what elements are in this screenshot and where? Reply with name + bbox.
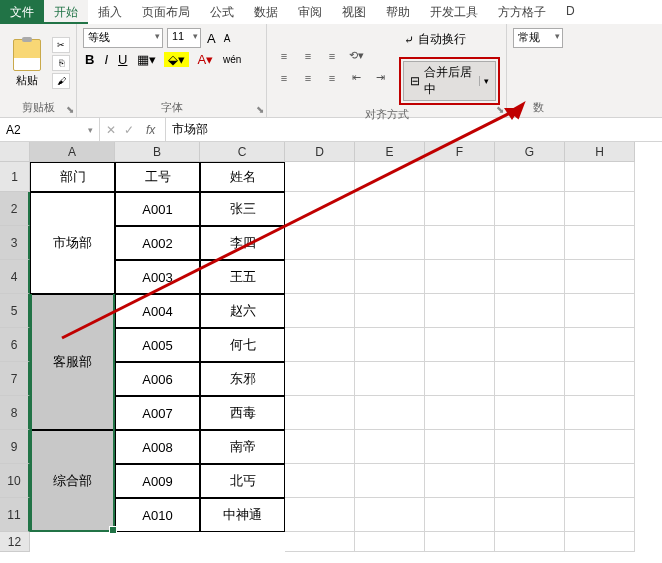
tab-dev[interactable]: 开发工具	[420, 0, 488, 24]
cut-button[interactable]: ✂	[52, 37, 70, 53]
merge-dropdown-icon[interactable]: ▾	[479, 76, 489, 86]
empty-cell[interactable]	[285, 362, 355, 396]
cell-id-2[interactable]: A003	[115, 260, 200, 294]
select-all-corner[interactable]	[0, 142, 30, 162]
empty-cell[interactable]	[285, 430, 355, 464]
tab-home[interactable]: 开始	[44, 0, 88, 24]
fill-color-button[interactable]: ⬙▾	[164, 52, 189, 67]
empty-cell[interactable]	[425, 362, 495, 396]
empty-cell[interactable]	[495, 162, 565, 192]
tab-insert[interactable]: 插入	[88, 0, 132, 24]
cell-name-3[interactable]: 赵六	[200, 294, 285, 328]
col-head-B[interactable]: B	[115, 142, 200, 162]
col-head-G[interactable]: G	[495, 142, 565, 162]
empty-cell[interactable]	[565, 498, 635, 532]
cell-id-0[interactable]: A001	[115, 192, 200, 226]
empty-cell[interactable]	[355, 294, 425, 328]
row-head-9[interactable]: 9	[0, 430, 30, 464]
copy-button[interactable]: ⎘	[52, 55, 70, 71]
tab-formula[interactable]: 公式	[200, 0, 244, 24]
align-launcher-icon[interactable]: ⬊	[496, 104, 504, 115]
orientation-button[interactable]: ⟲▾	[345, 47, 367, 65]
indent-decrease-button[interactable]: ⇤	[345, 69, 367, 87]
empty-cell[interactable]	[495, 362, 565, 396]
cell-id-3[interactable]: A004	[115, 294, 200, 328]
empty-cell[interactable]	[565, 396, 635, 430]
empty-cell[interactable]	[355, 430, 425, 464]
empty-cell[interactable]	[565, 162, 635, 192]
empty-cell[interactable]	[355, 226, 425, 260]
cell-name-6[interactable]: 西毒	[200, 396, 285, 430]
empty-cell[interactable]	[425, 192, 495, 226]
empty-cell[interactable]	[355, 260, 425, 294]
font-size-combo[interactable]: 11	[167, 28, 201, 48]
shrink-font-button[interactable]: A	[222, 33, 233, 44]
empty-cell[interactable]	[565, 532, 635, 552]
col-head-H[interactable]: H	[565, 142, 635, 162]
empty-cell[interactable]	[495, 294, 565, 328]
border-button[interactable]: ▦▾	[135, 52, 158, 67]
empty-cell[interactable]	[355, 396, 425, 430]
row-head-7[interactable]: 7	[0, 362, 30, 396]
cell-dept-1[interactable]: 客服部	[30, 294, 115, 430]
row-head-1[interactable]: 1	[0, 162, 30, 192]
paste-button[interactable]: 粘贴	[6, 39, 48, 88]
empty-cell[interactable]	[425, 328, 495, 362]
wrap-text-button[interactable]: ⤶ 自动换行	[399, 28, 500, 51]
empty-cell[interactable]	[285, 396, 355, 430]
empty-cell[interactable]	[495, 260, 565, 294]
empty-cell[interactable]	[565, 192, 635, 226]
empty-cell[interactable]	[565, 430, 635, 464]
empty-cell[interactable]	[495, 532, 565, 552]
italic-button[interactable]: I	[102, 52, 110, 67]
cell-header-dept[interactable]: 部门	[30, 162, 115, 192]
phonetic-button[interactable]: wén	[221, 54, 243, 65]
align-top-button[interactable]: ≡	[273, 47, 295, 65]
empty-cell[interactable]	[425, 464, 495, 498]
cell-name-8[interactable]: 北丐	[200, 464, 285, 498]
cell-id-6[interactable]: A007	[115, 396, 200, 430]
row-head-11[interactable]: 11	[0, 498, 30, 532]
align-left-button[interactable]: ≡	[273, 69, 295, 87]
empty-cell[interactable]	[285, 498, 355, 532]
empty-cell[interactable]	[355, 532, 425, 552]
cell-name-0[interactable]: 张三	[200, 192, 285, 226]
empty-cell[interactable]	[285, 260, 355, 294]
align-right-button[interactable]: ≡	[321, 69, 343, 87]
empty-cell[interactable]	[425, 162, 495, 192]
row-head-8[interactable]: 8	[0, 396, 30, 430]
enter-formula-icon[interactable]: ✓	[124, 123, 134, 137]
empty-cell[interactable]	[355, 362, 425, 396]
cell-id-4[interactable]: A005	[115, 328, 200, 362]
align-bottom-button[interactable]: ≡	[321, 47, 343, 65]
tab-ffgz[interactable]: 方方格子	[488, 0, 556, 24]
empty-cell[interactable]	[425, 260, 495, 294]
name-box[interactable]: A2	[0, 118, 100, 141]
cell-dept-2[interactable]: 综合部	[30, 430, 115, 532]
tab-data[interactable]: 数据	[244, 0, 288, 24]
cell-id-1[interactable]: A002	[115, 226, 200, 260]
cell-header-name[interactable]: 姓名	[200, 162, 285, 192]
empty-cell[interactable]	[285, 226, 355, 260]
empty-cell[interactable]	[495, 226, 565, 260]
align-center-button[interactable]: ≡	[297, 69, 319, 87]
cancel-formula-icon[interactable]: ✕	[106, 123, 116, 137]
col-head-C[interactable]: C	[200, 142, 285, 162]
empty-cell[interactable]	[425, 396, 495, 430]
row-head-2[interactable]: 2	[0, 192, 30, 226]
col-head-E[interactable]: E	[355, 142, 425, 162]
empty-cell[interactable]	[565, 362, 635, 396]
cell-id-9[interactable]: A010	[115, 498, 200, 532]
col-head-F[interactable]: F	[425, 142, 495, 162]
empty-cell[interactable]	[285, 532, 355, 552]
empty-cell[interactable]	[425, 226, 495, 260]
tab-review[interactable]: 审阅	[288, 0, 332, 24]
empty-cell[interactable]	[285, 294, 355, 328]
cell-name-5[interactable]: 东邪	[200, 362, 285, 396]
empty-cell[interactable]	[495, 464, 565, 498]
cell-name-7[interactable]: 南帝	[200, 430, 285, 464]
empty-cell[interactable]	[285, 162, 355, 192]
fx-icon[interactable]: fx	[142, 123, 159, 137]
empty-cell[interactable]	[425, 532, 495, 552]
tab-view[interactable]: 视图	[332, 0, 376, 24]
